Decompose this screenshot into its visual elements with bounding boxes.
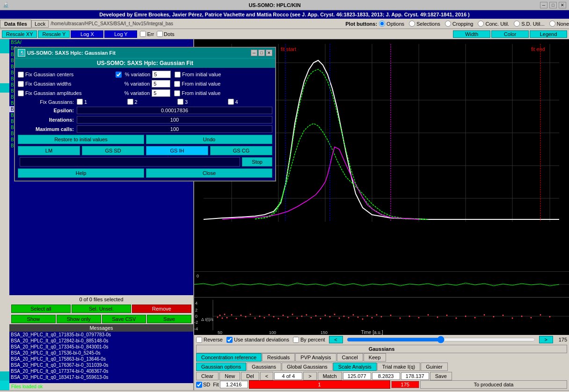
err-checkbox[interactable] [140,31,146,37]
file-item[interactable]: BSA_20_HPLC_It_q0_17536-bi-0_5245-0s [9,350,193,356]
variation-centers-input[interactable] [152,71,171,78]
file-item[interactable]: BSA_20_HPLC_It_q0_171835-bi-0_0797783-0s [9,332,193,338]
side-tab-cor[interactable] [0,371,9,381]
dots-checkbox-label[interactable]: Dots [157,31,175,37]
nav-slider[interactable] [347,336,535,343]
list-item[interactable]: BSA/ [9,39,193,45]
tab-keep[interactable]: Keep [364,353,386,362]
file-item[interactable]: BSA_20_HPLC_It_q0_183417-bi-0_559613-0s [9,374,193,380]
side-tab-7[interactable] [0,103,9,112]
side-tab-4[interactable] [0,73,9,83]
use-std-checkbox-label[interactable]: Use standard deviations [226,337,289,343]
radio-cropping[interactable]: Cropping [445,21,474,27]
lm-button[interactable]: LM [18,146,80,155]
minimize-button[interactable]: ─ [540,2,547,8]
err-checkbox-label[interactable]: Err [140,31,154,37]
restore-button[interactable]: Restore to initial values [18,135,144,144]
modal-minimize[interactable]: ─ [251,50,257,56]
modal-help-button[interactable]: Help [18,168,144,178]
modal-window-controls[interactable]: ─ □ ✕ [251,50,272,56]
log-x-button[interactable]: Log X [71,30,103,38]
match-button[interactable]: Match [318,372,342,380]
close-button[interactable]: ✕ [559,2,566,8]
side-tab-5[interactable] [0,83,9,93]
red-value-input[interactable] [249,380,390,389]
side-tab-2[interactable] [0,54,9,63]
gaussian-counter[interactable] [274,372,302,380]
variation-amplitudes-input[interactable] [152,89,170,97]
variation-centers-checkbox[interactable] [116,72,122,78]
reverse-checkbox[interactable] [196,337,202,343]
use-std-checkbox[interactable] [226,337,233,343]
tab-residuals[interactable]: Residuals [262,353,295,362]
remove-button[interactable]: Remove [132,305,191,313]
sel-unsel-button[interactable]: Sel. Unsel. [72,305,131,313]
file-item[interactable]: BSA_20_HPLC_It_q0_176367-bi-0_311039-0s [9,362,193,368]
iterations-input[interactable] [77,116,272,123]
gs-cg-button[interactable]: GS CG [210,146,272,155]
del-button[interactable]: Del [241,372,259,380]
fix-g2-checkbox[interactable] [127,99,133,105]
modal-maximize[interactable]: □ [258,50,265,56]
side-tab-3[interactable] [0,64,9,73]
modal-close-button[interactable]: Close [146,168,272,178]
show-button[interactable]: Show [11,315,56,323]
rescale-xy-button[interactable]: Rescale XY [2,30,37,38]
clear-button[interactable]: Clear [196,372,219,380]
show-only-button[interactable]: Show only [57,315,101,323]
sd-checkbox[interactable] [196,382,202,388]
tab-global-gaussians[interactable]: Global Gaussians [282,363,333,371]
to-produced-button[interactable]: To produced data [420,380,567,389]
radio-selections[interactable]: Selections [409,21,440,27]
log-y-button[interactable]: Log Y [104,30,137,38]
maximize-button[interactable]: □ [549,2,557,8]
gs-sd-button[interactable]: GS SD [82,146,144,155]
reverse-checkbox-label[interactable]: Reverse [196,337,223,343]
nav-prev-button[interactable]: < [329,336,343,343]
tab-guinier[interactable]: Guinier [421,363,447,371]
from-initial-amplitudes-checkbox[interactable] [174,90,180,96]
by-percent-checkbox-label[interactable]: By percent [293,337,325,343]
rescale-y-button[interactable]: Rescale Y [38,30,70,38]
radio-sd[interactable]: S.D. Util... [514,21,545,27]
fix-g4-checkbox[interactable] [228,99,234,105]
radio-options[interactable]: Options [379,21,404,27]
width-button[interactable]: Width [453,30,490,38]
tab-cancel[interactable]: Cancel [337,353,363,362]
dots-checkbox[interactable] [157,31,163,37]
tab-concentration-reference[interactable]: Concentration reference [196,353,262,362]
side-tab-1[interactable] [0,39,9,53]
next-gaussian-button[interactable]: > [303,372,316,380]
save-gaussian-button[interactable]: Save [430,372,452,380]
legend-button[interactable]: Legend [530,30,567,38]
side-tab-6[interactable] [0,93,9,102]
fix-amplitudes-checkbox[interactable] [18,90,24,96]
modal-close[interactable]: ✕ [266,50,272,56]
val3-input[interactable] [401,372,429,380]
radio-conc[interactable]: Conc. Util. [478,21,509,27]
fit-value-input[interactable] [220,381,248,388]
val2-input[interactable] [372,372,400,380]
tab-gaussian-options[interactable]: Gaussian options [196,363,246,371]
save-button[interactable]: Save [147,315,191,323]
val1-input[interactable] [343,372,371,380]
radio-none[interactable]: None [549,21,569,27]
fix-widths-checkbox[interactable] [18,81,24,87]
file-item[interactable]: BSA_20_HPLC_It_q0_172842-bi-0_885148-0s [9,338,193,344]
select-all-button[interactable]: Select all [11,305,71,313]
from-initial-centers-checkbox[interactable] [175,72,181,78]
fix-centers-checkbox[interactable] [18,72,24,78]
side-tab-ma[interactable] [0,381,9,390]
file-item[interactable]: BSA_20_HPLC_It_q0_175863-bi-0_13646-0s [9,356,193,362]
tab-scale-analysis[interactable]: Scale Analysis [333,363,377,371]
prev-gaussian-button[interactable]: < [260,372,273,380]
tab-gaussians[interactable]: Gaussians [247,363,281,371]
tab-trial-make[interactable]: Trial make I(q) [377,363,421,371]
end-value-input[interactable] [391,381,419,388]
window-controls[interactable]: ─ □ ✕ [540,2,566,8]
color-button[interactable]: Color [491,30,529,38]
fix-g1-checkbox[interactable] [77,99,83,105]
sd-checkbox-label[interactable]: SD [196,382,210,388]
lock-button[interactable]: Lock [31,20,49,28]
file-item[interactable]: BSA_20_HPLC_It_q0_177374-bi-0_408367-0s [9,368,193,374]
